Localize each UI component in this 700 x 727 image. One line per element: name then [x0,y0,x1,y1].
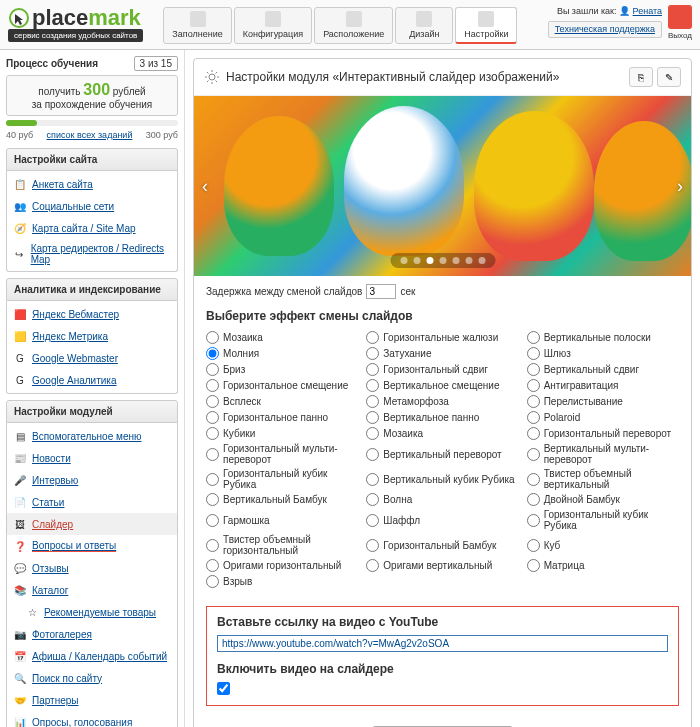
slider-dots[interactable] [390,253,495,268]
effect-option[interactable]: Мозаика [366,427,518,440]
svg-point-1 [209,74,215,80]
nav-item[interactable]: 📄Статьи [7,491,177,513]
effect-option[interactable]: Горизонтальный мульти-переворот [206,443,358,465]
effect-option[interactable]: Вертикальное панно [366,411,518,424]
nav-item[interactable]: ❓Вопросы и ответы [7,535,177,557]
effect-option[interactable]: Горизонтальный кубик Рубика [527,509,679,531]
effect-option[interactable]: Шлюз [527,347,679,360]
effect-option[interactable]: Горизонтальные жалюзи [366,331,518,344]
effects-title: Выберите эффект смены слайдов [206,309,679,323]
copy-button[interactable]: ⎘ [629,67,653,87]
effect-option[interactable]: Вертикальный кубик Рубика [366,468,518,490]
delay-label: Задержка между сменой слайдов [206,286,362,297]
effect-option[interactable]: Твистер объемный вертикальный [527,468,679,490]
effect-option[interactable]: Оригами горизонтальный [206,559,358,572]
enable-video-checkbox[interactable] [217,682,230,695]
nav-item[interactable]: ▤Вспомогательное меню [7,425,177,447]
nav-item[interactable]: 💬Отзывы [7,557,177,579]
module-header: Настройки модуля «Интерактивный слайдер … [194,59,691,96]
tab-0[interactable]: Заполнение [163,7,231,44]
nav-item[interactable]: 📋Анкета сайта [7,173,177,195]
effects-grid: МозаикаГоризонтальные жалюзиВертикальные… [206,331,679,588]
effect-option[interactable]: Вертикальный сдвиг [527,363,679,376]
nav-item[interactable]: 📚Каталог [7,579,177,601]
exit-button[interactable]: Выход [668,5,692,40]
effect-option[interactable]: Горизонтальное панно [206,411,358,424]
nav-item[interactable]: GGoogle Webmaster [7,347,177,369]
all-tasks-link[interactable]: список всех заданий [47,130,133,140]
effect-option[interactable]: Всплеск [206,395,358,408]
effect-option[interactable]: Молния [206,347,358,360]
progress-title: Процесс обучения [6,58,98,69]
nav-item[interactable]: 🟥Яндекс Вебмастер [7,303,177,325]
nav-item[interactable]: 👥Социальные сети [7,195,177,217]
nav-item[interactable]: 📷Фотогалерея [7,623,177,645]
effect-option[interactable]: Вертикальный мульти-переворот [527,443,679,465]
module-title: Настройки модуля «Интерактивный слайдер … [226,70,625,84]
panel-modules[interactable]: Настройки модулей [6,400,178,423]
nav-item[interactable]: ↪Карта редиректов / Redirects Map [7,239,177,269]
promo-box[interactable]: получить 300 рублей за прохождение обуче… [6,75,178,116]
effect-option[interactable]: Горизонтальный переворот [527,427,679,440]
effect-option[interactable]: Двойной Бамбук [527,493,679,506]
effect-option[interactable]: Взрыв [206,575,358,588]
nav-item[interactable]: 📊Опросы, голосования [7,711,177,727]
effect-option[interactable]: Горизонтальный Бамбук [366,534,518,556]
effect-option[interactable]: Кубики [206,427,358,440]
image-slider[interactable]: ‹ › [194,96,691,276]
effect-option[interactable]: Волна [366,493,518,506]
exit-icon [668,5,692,29]
effect-option[interactable]: Твистер объемный горизонтальный [206,534,358,556]
slider-prev[interactable]: ‹ [202,176,208,197]
enable-video-title: Включить видео на слайдере [217,662,668,676]
effect-option[interactable]: Оригами вертикальный [366,559,518,572]
youtube-input[interactable] [217,635,668,652]
effect-option[interactable]: Затухание [366,347,518,360]
effect-option[interactable]: Горизонтальный сдвиг [366,363,518,376]
effect-option[interactable]: Бриз [206,363,358,376]
support-button[interactable]: Техническая поддержка [548,21,662,39]
nav-item[interactable]: 📰Новости [7,447,177,469]
sidebar: Процесс обучения3 из 15 получить 300 руб… [0,50,185,727]
nav-item[interactable]: 🖼Слайдер [7,513,177,535]
effect-option[interactable]: Метаморфоза [366,395,518,408]
effect-option[interactable]: Вертикальные полоски [527,331,679,344]
effect-option[interactable]: Вертикальный Бамбук [206,493,358,506]
tab-4[interactable]: Настройки [455,7,517,44]
nav-item[interactable]: 🟨Яндекс Метрика [7,325,177,347]
effect-option[interactable]: Куб [527,534,679,556]
tab-3[interactable]: Дизайн [395,7,453,44]
panel-analytics[interactable]: Аналитика и индексирование [6,278,178,301]
nav-item[interactable]: 🧭Карта сайта / Site Map [7,217,177,239]
tab-2[interactable]: Расположение [314,7,393,44]
nav-item[interactable]: 📅Афиша / Календарь событий [7,645,177,667]
delay-input[interactable] [366,284,396,299]
panel-site-settings[interactable]: Настройки сайта [6,148,178,171]
logo: placemark сервис создания удобных сайтов [8,5,143,42]
effect-option[interactable]: Мозаика [206,331,358,344]
youtube-title: Вставьте ссылку на видео с YouTube [217,615,668,629]
nav-item[interactable]: 🎤Интервью [7,469,177,491]
youtube-box: Вставьте ссылку на видео с YouTube Включ… [206,606,679,706]
user-link[interactable]: Рената [633,6,662,16]
effect-option[interactable]: Шаффл [366,509,518,531]
effect-option[interactable]: Горизонтальное смещение [206,379,358,392]
nav-item[interactable]: 🤝Партнеры [7,689,177,711]
tab-1[interactable]: Конфигурация [234,7,312,44]
effect-option[interactable]: Антигравитация [527,379,679,392]
effect-option[interactable]: Перелистывание [527,395,679,408]
effect-option[interactable]: Вертикальный переворот [366,443,518,465]
nav-item[interactable]: 🔍Поиск по сайту [7,667,177,689]
effect-option[interactable]: Горизонтальный кубик Рубика [206,468,358,490]
slider-next[interactable]: › [677,176,683,197]
effect-option[interactable]: Polaroid [527,411,679,424]
main-tabs: ЗаполнениеКонфигурацияРасположениеДизайн… [163,7,517,44]
nav-item[interactable]: GGoogle Аналитика [7,369,177,391]
effect-option[interactable]: Гармошка [206,509,358,531]
edit-button[interactable]: ✎ [657,67,681,87]
content: Настройки модуля «Интерактивный слайдер … [185,50,700,727]
progress-bar [6,120,178,126]
effect-option[interactable]: Матрица [527,559,679,572]
nav-item[interactable]: ☆Рекомендуемые товары [7,601,177,623]
effect-option[interactable]: Вертикальное смещение [366,379,518,392]
